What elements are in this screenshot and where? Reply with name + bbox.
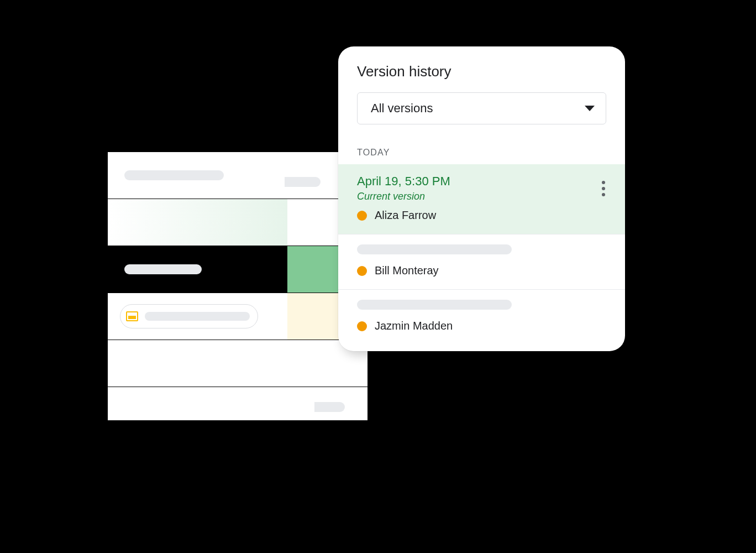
spreadsheet-grid	[108, 152, 368, 420]
placeholder-stub	[285, 177, 321, 187]
chip-placeholder	[145, 312, 250, 321]
version-date: April 19, 5:30 PM	[357, 174, 606, 189]
version-editor: Aliza Farrow	[357, 209, 606, 222]
version-editor: Bill Monteray	[357, 264, 606, 277]
versions-dropdown[interactable]: All versions	[357, 92, 606, 124]
editor-dot-icon	[357, 211, 367, 221]
chevron-down-icon	[585, 106, 595, 111]
slides-chip[interactable]	[120, 304, 258, 328]
panel-title: Version history	[357, 63, 606, 80]
cell-placeholder	[124, 264, 202, 274]
version-item-current[interactable]: April 19, 5:30 PM Current version Aliza …	[338, 164, 625, 234]
date-placeholder	[357, 244, 512, 254]
more-icon[interactable]	[599, 178, 608, 200]
section-label: TODAY	[338, 134, 625, 164]
editor-name: Jazmin Madden	[375, 320, 453, 332]
editor-dot-icon	[357, 266, 367, 276]
version-subtitle: Current version	[357, 191, 606, 202]
dropdown-label: All versions	[371, 101, 433, 116]
cell-placeholder	[124, 170, 224, 180]
editor-name: Bill Monteray	[375, 264, 439, 277]
version-item[interactable]: Jazmin Madden	[338, 289, 625, 351]
date-placeholder	[357, 300, 512, 310]
editor-dot-icon	[357, 321, 367, 331]
slides-icon	[126, 311, 138, 321]
placeholder-stub	[314, 402, 345, 412]
editor-name: Aliza Farrow	[375, 209, 436, 222]
version-item[interactable]: Bill Monteray	[338, 234, 625, 289]
version-editor: Jazmin Madden	[357, 320, 606, 332]
version-history-panel: Version history All versions TODAY April…	[338, 46, 625, 351]
